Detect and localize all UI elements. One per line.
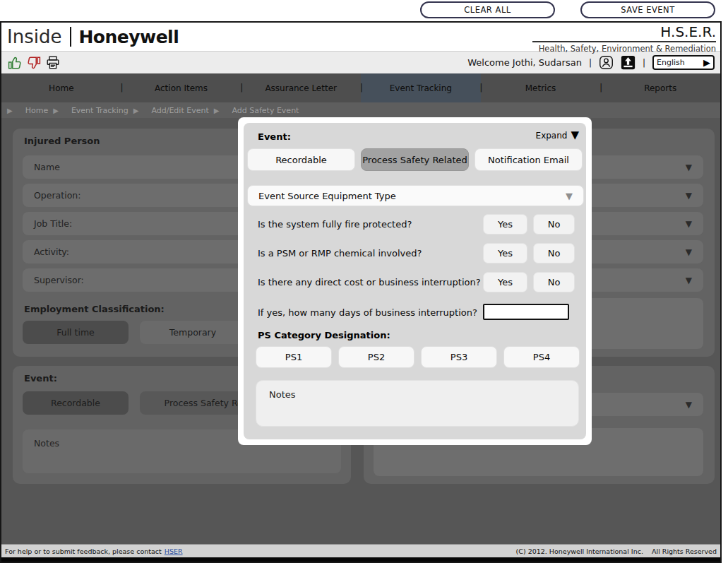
breadcrumb-event-tracking[interactable]: ▶ Event Tracking <box>53 106 129 115</box>
print-icon[interactable] <box>45 55 61 71</box>
nav-separator: | <box>599 82 602 93</box>
utility-strip: Welcome Jothi, Sudarsan | | English ▶ <box>1 51 720 73</box>
question-fire-protected: Is the system fully fire protected? <box>258 219 412 230</box>
breadcrumb-chevron-icon: ▶ <box>214 107 220 114</box>
nav-item-metrics[interactable]: Metrics | <box>481 73 601 102</box>
bottom-bar <box>1 557 720 562</box>
nav-item-assurance-letter[interactable]: Assurance Letter | <box>241 73 361 102</box>
breadcrumb-label: Add Safety Event <box>232 106 299 115</box>
thumbs-down-icon[interactable] <box>26 55 42 71</box>
breadcrumb-add-edit-event[interactable]: ▶ Add/Edit Event <box>133 106 209 115</box>
nav-item-home[interactable]: Home | <box>1 73 121 102</box>
breadcrumb-add-safety-event[interactable]: ▶ Add Safety Event <box>214 106 299 115</box>
nav-label: Assurance Letter <box>265 83 337 93</box>
breadcrumb-chevron-icon: ▶ <box>7 107 13 114</box>
dropdown-arrow-icon: ▼ <box>686 275 692 285</box>
footer: For help or to submit feedback, please c… <box>1 544 720 557</box>
fire-protected-no-button[interactable]: No <box>533 214 575 235</box>
question-days-interruption: If yes, how many days of business interr… <box>258 307 477 318</box>
top-action-bar: CLEAR ALL SAVE EVENT <box>0 0 728 21</box>
event-title: Event: <box>24 373 57 384</box>
app-abbreviation: H.S.E.R. <box>532 23 716 42</box>
modal-title: Event: <box>258 131 291 142</box>
expand-label: Expand <box>536 131 568 141</box>
nav-separator: | <box>479 82 482 93</box>
nav-label: Reports <box>644 83 676 93</box>
export-icon[interactable] <box>621 55 635 70</box>
event-type-row: Recordable Process Safety Related Notifi… <box>247 148 583 171</box>
breadcrumb-chevron-icon: ▶ <box>53 107 59 114</box>
process-safety-related-button[interactable]: Process Safety Related <box>361 148 469 171</box>
direct-cost-no-button[interactable]: No <box>533 272 575 292</box>
profile-icon[interactable] <box>599 55 614 70</box>
nav-label: Event Tracking <box>390 83 452 93</box>
dropdown-arrow-icon: ▼ <box>686 191 692 201</box>
breadcrumb-home[interactable]: ▶ Home <box>7 106 48 115</box>
nav-label: Metrics <box>525 83 556 93</box>
nav-separator: | <box>360 82 363 93</box>
footer-help-text: For help or to submit feedback, please c… <box>5 547 162 555</box>
clear-all-button[interactable]: CLEAR ALL <box>420 1 555 18</box>
breadcrumb: ▶ Home ▶ Event Tracking ▶ Add/Edit Event… <box>1 102 720 118</box>
modal-notes-field[interactable]: Notes <box>256 380 579 427</box>
ps2-button[interactable]: PS2 <box>338 346 414 368</box>
psm-rmp-no-button[interactable]: No <box>533 243 575 263</box>
app-full-name: Health, Safety, Environment & Remediatio… <box>532 44 716 54</box>
question-direct-cost: Is there any direct cost or business int… <box>258 277 481 288</box>
nav-label: Action Items <box>155 83 208 93</box>
breadcrumb-chevron-icon: ▶ <box>133 107 139 114</box>
userbar-separator: | <box>643 58 645 68</box>
temporary-button[interactable]: Temporary <box>140 321 246 344</box>
ps-category-label: PS Category Designation: <box>258 330 390 340</box>
dropdown-arrow-icon: ▼ <box>686 219 692 229</box>
copyright-text: (C) 2012. Honeywell International Inc. A… <box>516 547 717 555</box>
event-source-equipment-dropdown[interactable]: Event Source Equipment Type ▼ <box>247 185 584 206</box>
nav-label: Home <box>49 83 73 93</box>
dropdown-arrow-icon: ▼ <box>686 400 692 410</box>
nav-separator: | <box>120 82 123 93</box>
nav-item-reports[interactable]: Reports <box>600 73 720 102</box>
breadcrumb-label: Event Tracking <box>71 106 129 115</box>
header-divider <box>70 27 71 47</box>
fire-protected-yes-button[interactable]: Yes <box>483 214 527 235</box>
breadcrumb-label: Add/Edit Event <box>151 106 208 115</box>
ps-category-row: PS1 PS2 PS3 PS4 <box>256 346 580 368</box>
expand-arrow-icon: ▼ <box>571 130 579 141</box>
notification-email-button[interactable]: Notification Email <box>475 148 583 171</box>
full-time-button[interactable]: Full time <box>23 321 129 344</box>
recordable-button[interactable]: Recordable <box>247 148 355 171</box>
injured-person-title: Injured Person <box>24 136 100 146</box>
question-psm-rmp-chemical: Is a PSM or RMP chemical involved? <box>258 248 422 259</box>
days-interruption-input[interactable] <box>483 304 569 320</box>
nav-separator: | <box>240 82 243 93</box>
process-safety-modal: Event: Expand ▼ Recordable Process Safet… <box>238 117 592 445</box>
nav-item-action-items[interactable]: Action Items | <box>121 73 241 102</box>
honeywell-logo: Honeywell <box>78 27 179 47</box>
ps3-button[interactable]: PS3 <box>421 346 497 368</box>
dropdown-arrow-icon: ▼ <box>566 191 573 201</box>
app-header: Inside Honeywell H.S.E.R. Health, Safety… <box>1 23 720 51</box>
language-value: English <box>657 58 703 67</box>
ps1-button[interactable]: PS1 <box>256 346 332 368</box>
dropdown-arrow-icon: ▼ <box>686 162 692 172</box>
nav-item-event-tracking[interactable]: Event Tracking | <box>361 73 481 102</box>
portal-name: Inside <box>7 26 61 47</box>
dropdown-arrow-icon: ▼ <box>686 247 692 257</box>
thumbs-up-icon[interactable] <box>7 55 23 71</box>
psm-rmp-yes-button[interactable]: Yes <box>483 243 527 263</box>
save-event-button[interactable]: SAVE EVENT <box>580 1 715 18</box>
welcome-text: Welcome Jothi, Sudarsan <box>467 57 582 68</box>
main-nav: Home | Action Items | Assurance Letter |… <box>1 73 720 102</box>
expand-toggle[interactable]: Expand ▼ <box>536 130 579 141</box>
language-select[interactable]: English ▶ <box>652 55 715 70</box>
equipment-dropdown-label: Event Source Equipment Type <box>258 191 396 201</box>
language-arrow-icon: ▶ <box>703 58 710 67</box>
employment-classification-label: Employment Classification: <box>24 304 165 314</box>
breadcrumb-label: Home <box>25 106 48 115</box>
userbar-separator: | <box>589 58 592 68</box>
ps4-button[interactable]: PS4 <box>503 346 580 368</box>
recordable-button-bg[interactable]: Recordable <box>23 391 129 415</box>
hser-link[interactable]: HSER <box>165 547 183 555</box>
direct-cost-yes-button[interactable]: Yes <box>483 272 527 292</box>
